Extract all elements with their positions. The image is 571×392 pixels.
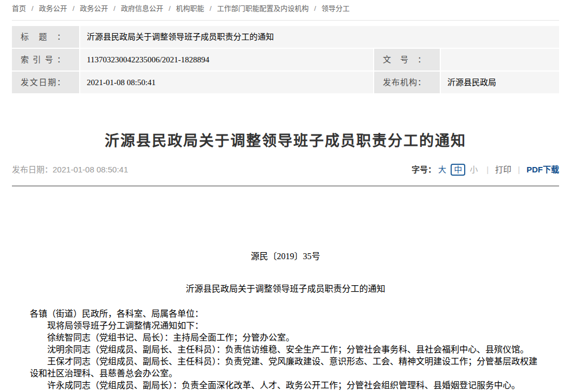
breadcrumb-item[interactable]: 领导分工 [322, 4, 350, 12]
document-meta-table: 标题： 沂源县民政局关于调整领导班子成员职责分工的通知 索引号： 1137032… [12, 26, 559, 93]
breadcrumb-separator: / [314, 4, 316, 12]
controls-separator: | [518, 164, 520, 176]
article-paragraph: 许永成同志（党组成员、副局长）：负责全面深化改革、人才、政务公开工作；分管社会组… [30, 380, 541, 391]
meta-value-issuing-agency: 沂源县民政局 [441, 72, 559, 93]
document-paragraphs: 各镇（街道）民政所，各科室、局属各单位：现将局领导班子分工调整情况通知如下：徐统… [30, 308, 541, 391]
breadcrumb-item[interactable]: 政务公开 [39, 4, 67, 12]
breadcrumb-item[interactable]: 首页 [12, 4, 26, 12]
publish-date: 发布日期：2021-01-08 08:50:41 [12, 164, 128, 176]
meta-label-issuing-agency: 发布机构： [374, 72, 440, 93]
article-paragraph: 王保才同志（党组成员、副局长、主任科员）：负责党建、党风廉政建设、意识形态、工会… [30, 356, 541, 380]
meta-label-index-number: 索引号： [12, 49, 79, 70]
font-size-label: 字号： [412, 164, 436, 176]
font-size-medium-button[interactable]: 中 [451, 164, 465, 176]
breadcrumb-item[interactable]: 政府信息公开 [121, 4, 163, 12]
article-paragraph: 徐统智同志（党组书记、局长）：主持局全面工作；分管办公室。 [30, 332, 541, 344]
meta-value-index-number: 113703230042235006/2021-1828894 [80, 49, 373, 70]
document-title: 沂源县民政局关于调整领导班子成员职责分工的通知 [30, 283, 541, 295]
article-paragraph: 现将局领导班子分工调整情况通知如下： [30, 320, 541, 332]
article-paragraph: 沈明余同志（党组成员、副局长、主任科员）：负责信访维稳、安全生产工作；分管社会事… [30, 344, 541, 356]
meta-label-doc-number: 文号： [374, 49, 440, 70]
article-body: 源民〔2019〕35号 沂源县民政局关于调整领导班子成员职责分工的通知 各镇（街… [12, 250, 559, 391]
page: 首页/政务公开/政务公开/政府信息公开/机构职能/工作部门职能配置及内设机构/领… [0, 0, 571, 391]
publish-date-label: 发布日期： [12, 165, 53, 174]
article-info-row: 发布日期：2021-01-08 08:50:41 字号： 大 中 小 | 打印 … [12, 164, 559, 176]
breadcrumb-separator: / [113, 4, 116, 12]
article-paragraph: 各镇（街道）民政所，各科室、局属各单位： [30, 308, 541, 320]
breadcrumb-item[interactable]: 工作部门职能配置及内设机构 [217, 4, 309, 12]
print-button[interactable]: 打印 [495, 164, 511, 176]
meta-value-title: 沂源县民政局关于调整领导班子成员职责分工的通知 [80, 26, 559, 48]
meta-label-title: 标题： [12, 26, 79, 48]
article-title: 沂源县民政局关于调整领导班子成员职责分工的通知 [12, 132, 559, 150]
meta-label-issue-date: 发文日期： [12, 72, 79, 93]
font-size-small-button[interactable]: 小 [470, 164, 478, 176]
breadcrumb-separator: / [169, 4, 171, 12]
publish-date-value: 2021-01-08 08:50:41 [53, 165, 128, 174]
breadcrumb-item[interactable]: 政务公开 [80, 4, 108, 12]
breadcrumb-item[interactable]: 机构职能 [176, 4, 204, 12]
pdf-download-button[interactable]: PDF下载 [527, 164, 559, 176]
breadcrumb-separator: / [31, 4, 34, 12]
controls-separator: | [486, 164, 489, 176]
breadcrumb-separator: / [73, 4, 75, 12]
breadcrumb: 首页/政务公开/政务公开/政府信息公开/机构职能/工作部门职能配置及内设机构/领… [12, 0, 559, 13]
article-controls: 字号： 大 中 小 | 打印 | PDF下载 [412, 164, 559, 176]
font-size-large-button[interactable]: 大 [438, 164, 446, 176]
content-divider [12, 185, 559, 187]
document-number: 源民〔2019〕35号 [30, 250, 541, 262]
meta-value-issue-date: 2021-01-08 08:50:41 [80, 72, 373, 93]
breadcrumb-separator: / [210, 4, 212, 12]
meta-value-doc-number [441, 49, 559, 70]
breadcrumb-divider [12, 20, 559, 21]
